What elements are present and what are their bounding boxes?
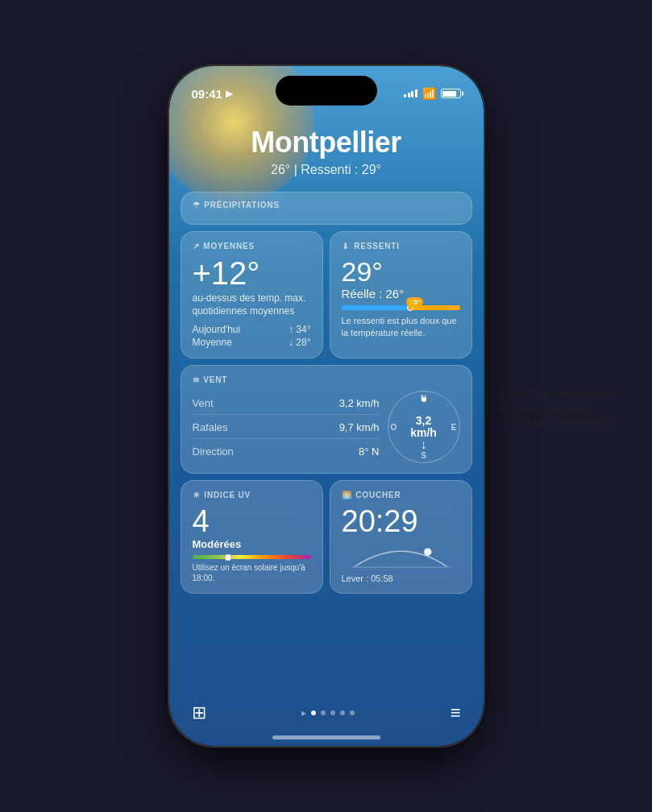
uv-bar (193, 555, 311, 559)
vent-card[interactable]: ≋ VENT Vent 3,2 km/h Rafales 9,7 km/h (181, 365, 472, 474)
avg-row: Moyenne ↓ 28° (193, 337, 311, 348)
coucher-card[interactable]: 🌅 COUCHER 20:29 (330, 480, 472, 594)
moyennes-desc: au-dessus des temp. max. quotidiennes mo… (193, 292, 311, 317)
nav-dot-0[interactable] (311, 710, 316, 715)
vent-label: VENT (203, 375, 227, 384)
battery-icon (441, 89, 461, 98)
vent-rows: Vent 3,2 km/h Rafales 9,7 km/h Direction… (193, 391, 380, 463)
ressenti-label: RESSENTI (354, 242, 399, 251)
vent-row-1-val: 9,7 km/h (339, 421, 380, 433)
vent-row-2: Direction 8° N (193, 445, 380, 458)
today-val: ↑ 34° (289, 324, 311, 335)
ressenti-desc: Le ressenti est plus doux que la tempéra… (342, 315, 460, 338)
coucher-label: COUCHER (355, 491, 401, 499)
compass-o: O (391, 423, 397, 432)
nav-dot-3[interactable] (340, 710, 345, 715)
bar-4 (415, 89, 417, 97)
compass-dot (422, 397, 426, 402)
sun-arc (342, 540, 460, 570)
precip-header: ☂ PRÉCIPITATIONS (193, 201, 460, 209)
tooltip-callout: Touchez les détails d'une prévision pour… (499, 387, 644, 431)
cards-container: ☂ PRÉCIPITATIONS ↗ MOYENNES +12° au-dess… (169, 185, 484, 600)
wifi-icon: 📶 (422, 87, 436, 100)
bar-2 (408, 93, 410, 97)
compass-e: E (451, 423, 457, 432)
ressenti-temp: 29° (342, 257, 460, 287)
ressenti-card[interactable]: 🌡 RESSENTI 29° Réelle : 26° ↑3° Le resse… (330, 231, 472, 358)
tooltip-text: Touchez les détails d'une prévision pour… (499, 387, 618, 429)
vent-row-0: Vent 3,2 km/h (193, 397, 380, 415)
avg-val: ↓ 28° (289, 337, 311, 348)
compass-arrow: ↓ (421, 437, 427, 452)
precip-icon: ☂ (193, 201, 201, 209)
home-indicator (272, 735, 380, 740)
today-row: Aujourd'hui ↑ 34° (193, 324, 311, 335)
moyennes-label: MOYENNES (203, 242, 255, 251)
compass-s: S (421, 451, 426, 460)
uv-header: ☀ INDICE UV (193, 491, 311, 499)
lever-text: Lever : 05:58 (342, 574, 460, 583)
vent-row-1: Rafales 9,7 km/h (193, 421, 380, 439)
vent-header: ≋ VENT (193, 375, 460, 384)
phone-frame: 09:41 ▶ 📶 Mon (169, 66, 484, 746)
status-icons: 📶 (404, 87, 461, 100)
vent-row-2-val: 8° N (359, 445, 379, 458)
status-time: 09:41 ▶ (192, 87, 232, 101)
bottom-nav: ⊞ ▶ ≡ (169, 702, 484, 723)
nav-dots: ▶ (301, 710, 355, 717)
coucher-header: 🌅 COUCHER (342, 491, 460, 499)
uv-icon: ☀ (193, 491, 201, 499)
temp-feels: 26° | Ressenti : 29° (185, 163, 467, 177)
today-label: Aujourd'hui (193, 324, 241, 335)
map-icon[interactable]: ⊞ (192, 702, 206, 723)
vent-row-2-label: Direction (193, 445, 234, 458)
moyennes-temp: +12° (193, 257, 311, 289)
ressenti-icon: 🌡 (342, 242, 351, 251)
city-name: Montpellier (185, 126, 467, 160)
avg-label: Moyenne (193, 337, 232, 348)
uv-label: INDICE UV (204, 491, 251, 499)
precip-label: PRÉCIPITATIONS (204, 201, 280, 209)
nav-dot-2[interactable] (330, 710, 335, 715)
weather-header: Montpellier 26° | Ressenti : 29° (169, 110, 484, 185)
two-col-row-1: ↗ MOYENNES +12° au-dessus des temp. max.… (181, 231, 472, 358)
vent-icon: ≋ (193, 375, 200, 384)
svg-point-0 (424, 549, 432, 557)
vent-row-1-label: Rafales (193, 421, 228, 433)
moyennes-icon: ↗ (193, 242, 200, 251)
time-display: 09:41 (192, 87, 222, 101)
location-icon: ▶ (226, 89, 232, 99)
two-col-row-2: ☀ INDICE UV 4 Modérées Utilisez un écran… (181, 480, 472, 594)
bar-3 (411, 91, 413, 97)
moyennes-header: ↗ MOYENNES (193, 242, 311, 251)
bar-1 (404, 94, 406, 97)
coucher-icon: 🌅 (342, 491, 352, 499)
dynamic-island (276, 76, 377, 106)
uv-card[interactable]: ☀ INDICE UV 4 Modérées Utilisez un écran… (181, 480, 323, 594)
precip-card[interactable]: ☂ PRÉCIPITATIONS (181, 192, 472, 225)
uv-dot (224, 553, 231, 561)
today-temp: 34° (296, 324, 310, 335)
avg-temp: 28° (296, 337, 310, 348)
compass: N S E O 3,2 km/h ↓ (388, 391, 460, 463)
vent-row-0-label: Vent (193, 397, 214, 409)
nav-dot-4[interactable] (350, 710, 355, 715)
today-arrow: ↑ (289, 324, 293, 335)
sun-arc-svg (342, 540, 460, 570)
list-icon[interactable]: ≡ (451, 702, 461, 723)
gauge-bar: ↑3° (342, 305, 460, 310)
signal-bars (404, 89, 417, 97)
vent-row-0-val: 3,2 km/h (339, 397, 380, 409)
location-small-icon: ▶ (301, 710, 306, 717)
gauge-badge: ↑3° (406, 297, 423, 307)
uv-desc: Utilisez un écran solaire jusqu'à 18:00. (193, 562, 311, 583)
scene: Touchez les détails d'une prévision pour… (0, 0, 652, 812)
moyennes-card[interactable]: ↗ MOYENNES +12° au-dessus des temp. max.… (181, 231, 323, 358)
coucher-time: 20:29 (342, 506, 460, 536)
ressenti-real: Réelle : 26° (342, 287, 460, 300)
uv-level: Modérées (193, 538, 311, 550)
ressenti-header: 🌡 RESSENTI (342, 242, 460, 251)
vent-content: Vent 3,2 km/h Rafales 9,7 km/h Direction… (193, 391, 460, 463)
nav-dot-1[interactable] (321, 710, 326, 715)
screen: 09:41 ▶ 📶 Mon (169, 66, 484, 746)
